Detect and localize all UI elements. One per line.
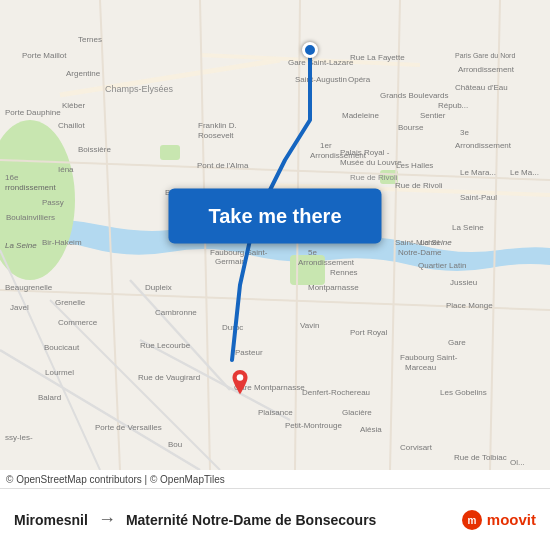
svg-text:Lourmel: Lourmel (45, 368, 74, 377)
svg-text:Grands Boulevards: Grands Boulevards (380, 91, 448, 100)
route-to-label: Maternité Notre-Dame de Bonsecours (126, 512, 377, 528)
svg-rect-4 (160, 145, 180, 160)
svg-text:Bir-Hakeim: Bir-Hakeim (42, 238, 82, 247)
svg-text:Vavin: Vavin (300, 321, 319, 330)
destination-pin (228, 370, 252, 400)
svg-text:rrondissement: rrondissement (5, 183, 56, 192)
route-arrow-icon: → (98, 509, 116, 530)
svg-text:Faubourg Saint-: Faubourg Saint- (400, 353, 458, 362)
svg-text:Balard: Balard (38, 393, 61, 402)
svg-text:Saint-Michel: Saint-Michel (395, 238, 439, 247)
svg-text:Gare Saint-Lazare: Gare Saint-Lazare (288, 58, 354, 67)
svg-text:Alésia: Alésia (360, 425, 382, 434)
svg-text:Rue La Fayette: Rue La Fayette (350, 53, 405, 62)
svg-text:Javel: Javel (10, 303, 29, 312)
svg-text:Germain: Germain (215, 257, 246, 266)
svg-text:Petit-Montrouge: Petit-Montrouge (285, 421, 342, 430)
svg-text:Notre-Dame: Notre-Dame (398, 248, 442, 257)
origin-marker (302, 42, 318, 58)
svg-text:Iéna: Iéna (58, 165, 74, 174)
svg-text:Dupleix: Dupleix (145, 283, 172, 292)
svg-text:Château d'Eau: Château d'Eau (455, 83, 508, 92)
svg-text:Corvisart: Corvisart (400, 443, 433, 452)
svg-text:Arrondissement: Arrondissement (310, 151, 367, 160)
svg-text:Pont de l'Alma: Pont de l'Alma (197, 161, 249, 170)
svg-text:Les Gobelins: Les Gobelins (440, 388, 487, 397)
svg-text:Chaillot: Chaillot (58, 121, 85, 130)
svg-text:Madeleine: Madeleine (342, 111, 379, 120)
svg-text:Bou: Bou (168, 440, 182, 449)
svg-text:Les Halles: Les Halles (396, 161, 433, 170)
svg-text:5e: 5e (308, 248, 317, 257)
moovit-icon: m (461, 509, 483, 531)
take-me-there-button[interactable]: Take me there (168, 189, 381, 244)
svg-text:La Seine: La Seine (5, 241, 37, 250)
svg-text:Passy: Passy (42, 198, 64, 207)
svg-text:Roosevelt: Roosevelt (198, 131, 234, 140)
map-container: Champs-Elysées Rue de Rivoli La Seine La… (0, 0, 550, 470)
svg-text:Duroc: Duroc (222, 323, 243, 332)
svg-point-111 (237, 374, 244, 381)
svg-text:Arrondissement: Arrondissement (458, 65, 515, 74)
svg-text:Porte de Versailles: Porte de Versailles (95, 423, 162, 432)
svg-text:Rue Lecourbe: Rue Lecourbe (140, 341, 191, 350)
svg-text:Arrondissement: Arrondissement (455, 141, 512, 150)
svg-text:Porte Maillot: Porte Maillot (22, 51, 67, 60)
svg-text:Boulainvilliers: Boulainvilliers (6, 213, 55, 222)
svg-text:Boissière: Boissière (78, 145, 111, 154)
svg-text:Répub...: Répub... (438, 101, 468, 110)
svg-text:Place Monge: Place Monge (446, 301, 493, 310)
svg-text:Cambronne: Cambronne (155, 308, 197, 317)
svg-text:Champs-Elysées: Champs-Elysées (105, 84, 174, 94)
svg-text:Sentier: Sentier (420, 111, 446, 120)
svg-text:Rue de Rivoli: Rue de Rivoli (350, 173, 398, 182)
svg-text:La Seine: La Seine (452, 223, 484, 232)
svg-text:Marceau: Marceau (405, 363, 436, 372)
moovit-brand-text: moovit (487, 511, 536, 528)
moovit-logo: m moovit (461, 509, 536, 531)
svg-text:Rennes: Rennes (330, 268, 358, 277)
svg-text:Porte Dauphine: Porte Dauphine (5, 108, 61, 117)
svg-text:m: m (467, 515, 476, 526)
svg-text:16e: 16e (5, 173, 19, 182)
attribution-text: © OpenStreetMap contributors | © OpenMap… (6, 474, 225, 485)
svg-text:ssy-les-: ssy-les- (5, 433, 33, 442)
svg-text:Arrondissement: Arrondissement (298, 258, 355, 267)
svg-text:Franklin D.: Franklin D. (198, 121, 237, 130)
svg-text:Argentine: Argentine (66, 69, 101, 78)
svg-text:Grenelle: Grenelle (55, 298, 86, 307)
bottom-bar: Miromesnil → Maternité Notre-Dame de Bon… (0, 488, 550, 550)
svg-text:Rue de Tolbiac: Rue de Tolbiac (454, 453, 507, 462)
svg-text:Faubourg Saint-: Faubourg Saint- (210, 248, 268, 257)
svg-text:Le Mara...: Le Mara... (460, 168, 496, 177)
svg-text:Jussieu: Jussieu (450, 278, 477, 287)
svg-text:Paris Gare du Nord: Paris Gare du Nord (455, 52, 515, 59)
svg-text:Gare: Gare (448, 338, 466, 347)
svg-text:Ternes: Ternes (78, 35, 102, 44)
svg-text:Saint-Paul: Saint-Paul (460, 193, 497, 202)
svg-text:Boucicaut: Boucicaut (44, 343, 80, 352)
svg-text:3e: 3e (460, 128, 469, 137)
svg-text:Bourse: Bourse (398, 123, 424, 132)
svg-text:Rue de Vaugirard: Rue de Vaugirard (138, 373, 200, 382)
svg-text:Opéra: Opéra (348, 75, 371, 84)
map-attribution: © OpenStreetMap contributors | © OpenMap… (0, 470, 550, 488)
svg-text:Glacière: Glacière (342, 408, 372, 417)
svg-text:Denfert-Rochereau: Denfert-Rochereau (302, 388, 370, 397)
svg-text:Le Ma...: Le Ma... (510, 168, 539, 177)
svg-text:Quartier Latin: Quartier Latin (418, 261, 466, 270)
svg-text:Commerce: Commerce (58, 318, 98, 327)
svg-text:1er: 1er (320, 141, 332, 150)
svg-text:Montparnasse: Montparnasse (308, 283, 359, 292)
svg-text:Pasteur: Pasteur (235, 348, 263, 357)
svg-text:Port Royal: Port Royal (350, 328, 388, 337)
route-from-label: Miromesnil (14, 512, 88, 528)
svg-text:Rue de Rivoli: Rue de Rivoli (395, 181, 443, 190)
svg-text:Beaugrenelle: Beaugrenelle (5, 283, 53, 292)
svg-text:Kléber: Kléber (62, 101, 85, 110)
svg-text:Ol...: Ol... (510, 458, 525, 467)
svg-text:Saint-Augustin: Saint-Augustin (295, 75, 347, 84)
svg-text:Plaisance: Plaisance (258, 408, 293, 417)
